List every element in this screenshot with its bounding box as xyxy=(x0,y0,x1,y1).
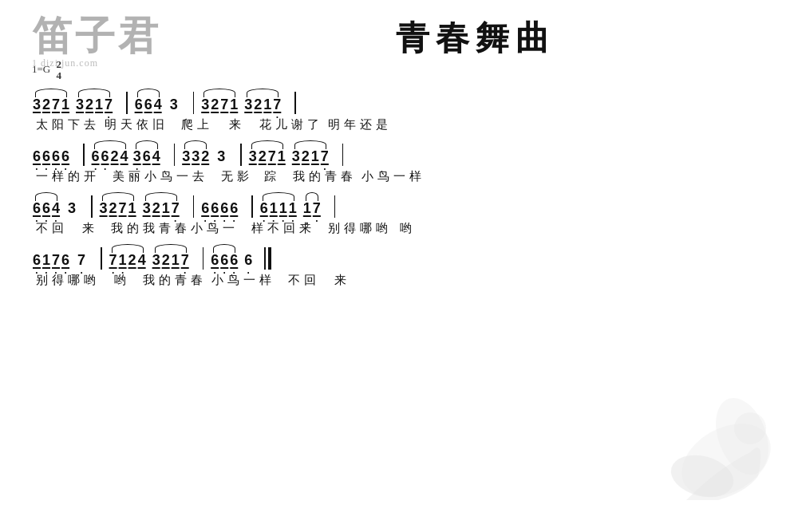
note: 4· xyxy=(51,200,61,218)
barline xyxy=(91,195,93,218)
note: 2 xyxy=(152,200,161,218)
arc-group-16: 7· 1· 2 4 xyxy=(109,252,147,270)
header: 笛子君 1 dizi jun.com 1=G 24 青春舞曲 xyxy=(32,16,766,69)
barline xyxy=(294,92,296,114)
note: 3 xyxy=(248,148,258,166)
svg-point-1 xyxy=(666,448,738,503)
notation-row-1: 3 2 7 1 3 2 1 7· 6 6 4 xyxy=(32,92,766,114)
note: 1 xyxy=(263,97,272,114)
svg-point-2 xyxy=(706,391,779,482)
note: 3 xyxy=(181,148,191,166)
arc-group-10: 3 2 1 7· xyxy=(291,148,330,166)
notation-row-2: 6· 6· 6· 6· 6· 6· 2 4 3· 6 4 xyxy=(32,144,766,166)
note: 7· xyxy=(77,252,86,270)
double-barline xyxy=(264,247,271,270)
arc-group-9: 3 2 7 1 xyxy=(248,148,286,166)
note: 7 xyxy=(118,200,128,218)
note: 1 xyxy=(229,97,239,114)
note: 6· xyxy=(32,200,41,218)
note: 6· xyxy=(51,148,61,166)
logo: 笛子君 1 dizi jun.com 1=G 24 xyxy=(32,16,161,69)
note: 4 xyxy=(137,252,147,270)
note: 6· xyxy=(41,148,51,166)
barline xyxy=(240,144,242,166)
barline xyxy=(342,144,344,166)
logo-text: 笛子君 xyxy=(32,16,161,56)
arc-group-5: 3 2 1 7· xyxy=(243,97,282,114)
arc-group-17: 3 2 1 7· xyxy=(152,252,190,270)
note: 3· xyxy=(132,148,142,166)
barline xyxy=(126,92,128,114)
note: 4 xyxy=(120,148,129,166)
note: 6· xyxy=(219,252,229,270)
key-label: 1=G xyxy=(32,63,50,75)
note: 6· xyxy=(229,252,239,270)
note: 6· xyxy=(259,200,269,218)
note: 3 xyxy=(142,200,152,218)
note: 1· xyxy=(279,200,288,218)
note: 3 xyxy=(75,97,85,114)
note: 6· xyxy=(229,200,239,218)
note: 2 xyxy=(258,148,267,166)
note: 7· xyxy=(272,97,282,114)
note: 7· xyxy=(109,252,118,270)
note: 1 xyxy=(94,97,104,114)
note: 1 xyxy=(61,97,70,114)
note: 4 xyxy=(152,148,161,166)
note: 6· xyxy=(91,148,101,166)
lyric-row-4: 别 得 哪 哟 哟 我 的 青 春 小 鸟 一 样 不 回 来 xyxy=(32,273,766,288)
note: 7· xyxy=(312,200,322,218)
note: 2 xyxy=(210,97,219,114)
arc-group-8: 3 3 2 xyxy=(181,148,210,166)
arc-group-15: 1. 7· xyxy=(302,200,322,218)
note: 6· xyxy=(41,200,51,218)
note: 1· xyxy=(269,200,279,218)
note: 1· xyxy=(41,252,51,270)
note: 1· xyxy=(118,252,128,270)
note: 3 xyxy=(200,97,210,114)
note: 3 xyxy=(32,97,41,114)
note: 7· xyxy=(171,200,180,218)
note: 2 xyxy=(253,97,263,114)
arc-group-4: 3 2 7 1 xyxy=(200,97,239,114)
title-block: 青春舞曲 xyxy=(185,16,766,61)
barline xyxy=(174,144,176,166)
note: 6· xyxy=(219,200,229,218)
note: 1 xyxy=(128,200,137,218)
group-6176: 6· 1· 7· 6· xyxy=(32,252,70,270)
note: 2 xyxy=(41,97,51,114)
note: 3 xyxy=(216,148,226,166)
barline xyxy=(334,195,336,218)
note: 6· xyxy=(61,252,70,270)
note: 6· xyxy=(32,148,41,166)
note: 4 xyxy=(153,97,163,114)
note: 7· xyxy=(320,148,330,166)
lyric-row-3: 不 回 来 我 的 我 青 春 小 鸟 一 样 不 回 来 别 得 哪 哟 哟 xyxy=(32,221,766,236)
note: 3 xyxy=(191,148,200,166)
svg-point-0 xyxy=(669,408,782,511)
lyric-row-1: 太 阳 下 去 明 天 依 旧 爬 上 来 花 儿 谢 了 明 年 还 是 xyxy=(32,117,766,132)
note: 2 xyxy=(85,97,94,114)
arc-group-2: 3 2 1 7· xyxy=(75,97,113,114)
note: 7 xyxy=(51,97,61,114)
ink-decoration xyxy=(622,357,782,516)
note: 6 xyxy=(134,97,144,114)
note: 6 xyxy=(144,97,153,114)
group-low-6666b: 6· 6· 6· 6· xyxy=(200,200,239,218)
note: 3 xyxy=(99,200,109,218)
barline xyxy=(83,144,85,166)
note: 3 xyxy=(67,200,77,218)
note: 2 xyxy=(109,200,118,218)
note: 3 xyxy=(152,252,161,270)
time-sig-display: 24 xyxy=(56,63,61,75)
note: 1. xyxy=(302,200,312,218)
note: 6· xyxy=(210,252,219,270)
arc-group-3: 6 6 4 xyxy=(134,97,163,114)
arc-group-12: 3 2 7 1 xyxy=(99,200,137,218)
arc-group-18: 6· 6· 6· xyxy=(210,252,239,270)
note: 6· xyxy=(243,252,253,270)
svg-point-3 xyxy=(734,412,766,444)
song-title: 青春舞曲 xyxy=(396,16,555,61)
note: 7 xyxy=(219,97,229,114)
note: 3 xyxy=(243,97,253,114)
